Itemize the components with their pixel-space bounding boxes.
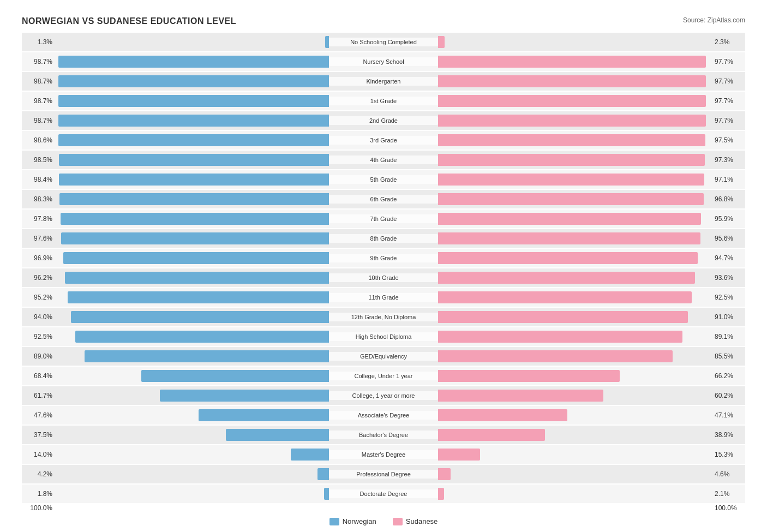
bar-row: 98.4% 5th Grade 97.1%: [22, 170, 745, 189]
norwegian-color-box: [329, 518, 339, 525]
right-value: 97.3%: [712, 156, 745, 164]
right-value: 89.1%: [712, 333, 745, 340]
right-bar-container: [438, 347, 712, 366]
bar-row: 98.7% 1st Grade 97.7%: [22, 92, 745, 110]
right-bar: [438, 390, 603, 402]
bar-row: 95.2% 11th Grade 92.5%: [22, 288, 745, 307]
right-bar-container: [438, 426, 712, 444]
left-value: 98.6%: [22, 136, 55, 144]
right-value: 97.7%: [712, 117, 745, 124]
right-value: 97.1%: [712, 176, 745, 183]
right-bar: [438, 75, 706, 87]
bar-row: 98.5% 4th Grade 97.3%: [22, 151, 745, 169]
center-label: College, 1 year or more: [329, 391, 438, 400]
bar-row: 98.7% Nursery School 97.7%: [22, 52, 745, 71]
right-bar-container: [438, 288, 712, 307]
left-bar: [58, 56, 329, 68]
right-value: 91.0%: [712, 313, 745, 321]
right-value: 97.5%: [712, 136, 745, 144]
left-value: 47.6%: [22, 411, 55, 419]
left-bar-container: [55, 386, 329, 405]
left-bar: [317, 468, 329, 480]
right-value: 15.3%: [712, 451, 745, 458]
left-bar: [59, 193, 329, 205]
center-label: 1st Grade: [329, 97, 438, 105]
left-bar: [63, 252, 329, 264]
left-bar-container: [55, 406, 329, 425]
right-bar-container: [438, 406, 712, 425]
norwegian-label: Norwegian: [343, 517, 376, 525]
left-value: 98.7%: [22, 117, 55, 124]
center-label: 12th Grade, No Diploma: [329, 313, 438, 321]
left-bar-container: [55, 229, 329, 248]
left-bar: [58, 95, 329, 107]
center-label: Nursery School: [329, 57, 438, 66]
right-bar: [438, 56, 706, 68]
left-value: 4.2%: [22, 470, 55, 478]
left-value: 98.4%: [22, 176, 55, 183]
bar-row: 96.2% 10th Grade 93.6%: [22, 268, 745, 287]
axis-right-label: 100.0%: [712, 504, 745, 512]
right-value: 66.2%: [712, 372, 745, 380]
center-label: Associate's Degree: [329, 411, 438, 420]
left-bar: [61, 232, 329, 244]
right-value: 94.7%: [712, 254, 745, 262]
right-bar: [438, 291, 692, 303]
legend-sudanese: Sudanese: [393, 517, 438, 525]
left-bar-container: [55, 151, 329, 169]
right-bar: [438, 272, 695, 284]
left-bar: [85, 350, 329, 362]
right-bar-container: [438, 52, 712, 71]
center-label: 9th Grade: [329, 254, 438, 262]
left-bar-container: [55, 190, 329, 208]
right-bar: [438, 213, 701, 225]
left-bar-container: [55, 111, 329, 130]
right-bar-container: [438, 327, 712, 346]
left-bar: [160, 390, 329, 402]
right-bar-container: [438, 33, 712, 51]
left-bar-container: [55, 327, 329, 346]
left-value: 97.6%: [22, 235, 55, 242]
left-value: 95.2%: [22, 294, 55, 301]
right-bar-container: [438, 249, 712, 267]
right-bar: [438, 468, 451, 480]
right-bar: [438, 134, 705, 146]
right-bar-container: [438, 485, 712, 503]
right-value: 2.1%: [712, 490, 745, 498]
right-value: 95.9%: [712, 215, 745, 223]
right-bar: [438, 95, 706, 107]
left-bar-container: [55, 485, 329, 503]
right-bar: [438, 154, 705, 166]
left-bar: [71, 311, 329, 323]
left-bar-container: [55, 367, 329, 385]
bar-row: 97.6% 8th Grade 95.6%: [22, 229, 745, 248]
center-label: 5th Grade: [329, 175, 438, 184]
right-bar-container: [438, 92, 712, 110]
right-bar: [438, 409, 567, 421]
left-bar: [59, 174, 329, 186]
left-bar-container: [55, 268, 329, 287]
center-label: Bachelor's Degree: [329, 431, 438, 439]
center-label: 4th Grade: [329, 156, 438, 164]
left-value: 94.0%: [22, 313, 55, 321]
left-bar-container: [55, 170, 329, 189]
left-bar-container: [55, 92, 329, 110]
left-bar: [65, 272, 329, 284]
right-bar-container: [438, 308, 712, 326]
bar-row: 68.4% College, Under 1 year 66.2%: [22, 367, 745, 385]
left-bar: [58, 75, 329, 87]
source-text: Source: ZipAtlas.com: [683, 16, 745, 24]
right-bar: [438, 174, 704, 186]
bar-row: 98.7% 2nd Grade 97.7%: [22, 111, 745, 130]
right-bar-container: [438, 111, 712, 130]
right-bar-container: [438, 131, 712, 150]
left-value: 98.7%: [22, 58, 55, 65]
center-label: 6th Grade: [329, 195, 438, 204]
right-bar: [438, 449, 480, 461]
right-bar: [438, 252, 698, 264]
right-value: 60.2%: [712, 392, 745, 399]
left-bar-container: [55, 445, 329, 464]
axis-left-label: 100.0%: [22, 504, 55, 512]
bar-row: 1.3% No Schooling Completed 2.3%: [22, 33, 745, 51]
right-bar-container: [438, 210, 712, 228]
